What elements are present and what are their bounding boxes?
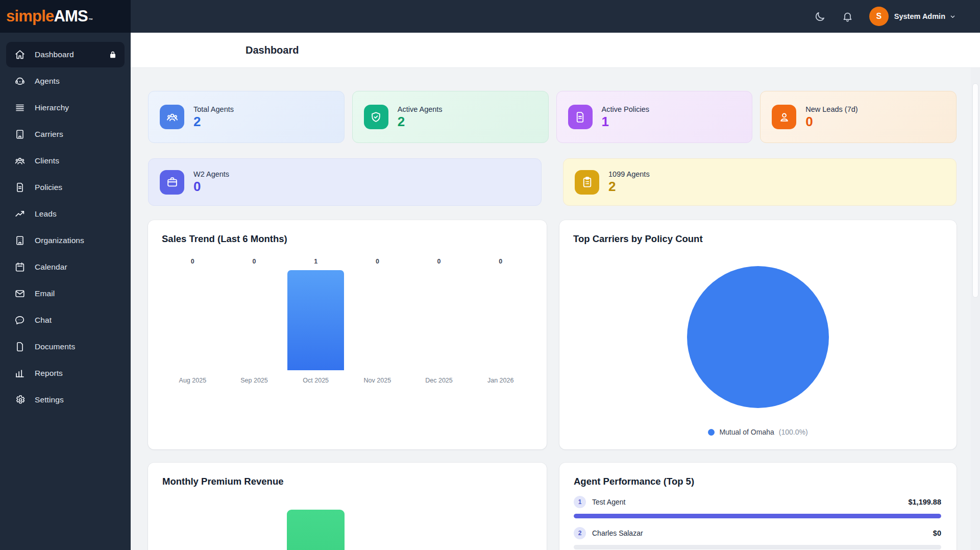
sidebar-item-chat[interactable]: Chat [6,307,125,333]
lock-icon [108,50,117,59]
chevron-down-icon [949,13,957,20]
user-menu[interactable]: S System Admin [869,7,957,26]
brand-logo[interactable]: simpleAMS™ [6,7,92,26]
stat-value: 2 [193,115,234,129]
list-icon [14,102,26,113]
bar-track [470,270,531,370]
stat-card-new-leads: New Leads (7d) 0 [760,91,957,143]
sidebar-item-label: Email [35,289,55,298]
bar-value-label: 0 [191,258,194,266]
stat-text: Active Agents 2 [398,105,443,129]
bar-column: 0 Aug 2025 [162,258,224,385]
people-group-icon [160,105,184,129]
sales-trend-title: Sales Trend (Last 6 Months) [162,233,531,245]
clipboard-icon [575,170,599,195]
logo-text-simple: simple [6,7,54,25]
revenue-bar [287,510,345,550]
stat-text: W2 Agents 0 [193,170,229,194]
bar-value-label: 0 [499,258,502,266]
sidebar-nav: Dashboard Agents Hierarchy [0,33,131,413]
bar-chart-icon [14,368,26,379]
bar-column: 0 Sep 2025 [224,258,285,385]
stat-value: 0 [805,115,857,129]
sidebar-item-label: Agents [35,77,60,86]
top-carriers-card: Top Carriers by Policy Count Mutual of O… [559,220,957,449]
briefcase-icon [160,170,184,195]
support-agent-icon [14,76,26,87]
sidebar-item-carriers[interactable]: Carriers [6,122,125,147]
moon-icon [814,11,826,22]
sidebar-item-label: Leads [35,209,57,219]
stat-text: New Leads (7d) 0 [805,105,857,129]
people-group-icon [14,155,26,166]
scrollbar-thumb[interactable] [972,83,978,298]
logo-block: simpleAMS™ [0,0,131,33]
sidebar-item-dashboard[interactable]: Dashboard [6,42,125,67]
sidebar-item-reports[interactable]: Reports [6,361,125,386]
stat-card-w2-agents: W2 Agents 0 [148,158,542,206]
chat-bubble-icon [14,315,26,326]
calendar-icon [14,261,26,273]
sidebar-item-label: Reports [35,369,63,378]
sidebar-item-label: Chat [35,316,52,325]
sidebar-item-documents[interactable]: Documents [6,334,125,360]
x-axis-label: Dec 2025 [425,377,453,385]
sidebar-item-policies[interactable]: Policies [6,175,125,200]
notifications-button[interactable] [838,6,858,27]
app-root: simpleAMS™ Dashboard Agents [0,0,980,550]
agent-name: Test Agent [592,498,625,506]
sidebar-item-email[interactable]: Email [6,281,125,306]
x-axis-label: Sep 2025 [240,377,268,385]
rank-badge: 1 [574,496,586,508]
x-axis-label: Nov 2025 [364,377,391,385]
stat-card-active-agents: Active Agents 2 [352,91,549,143]
home-icon [14,49,26,60]
bar [287,270,344,370]
sidebar-item-clients[interactable]: Clients [6,148,125,174]
stat-value: 0 [193,180,229,194]
main-content: Total Agents 2 Active Agents 2 Activ [131,68,980,550]
progress-track [574,545,941,549]
sidebar-item-label: Dashboard [35,50,74,59]
stat-text: 1099 Agents 2 [608,170,650,194]
sidebar-item-hierarchy[interactable]: Hierarchy [6,95,125,121]
legend-dot [708,429,715,436]
sidebar-item-label: Carriers [35,130,63,139]
building-icon [14,129,26,140]
bar-column: 0 Dec 2025 [408,258,470,385]
sidebar-item-agents[interactable]: Agents [6,68,125,94]
top-carriers-title: Top Carriers by Policy Count [573,233,941,245]
legend-label: Mutual of Omaha [719,428,774,436]
page-title: Dashboard [246,44,299,56]
document-icon [568,105,593,129]
sidebar-item-settings[interactable]: Settings [6,387,125,413]
sidebar-item-label: Hierarchy [35,103,69,112]
bar-track [408,270,470,370]
agent-performance-card: Agent Performance (Top 5) 1 Test Agent $… [559,463,957,550]
avatar: S [869,7,889,26]
trending-up-icon [14,208,26,220]
dark-mode-toggle[interactable] [810,6,830,27]
monthly-premium-card: Monthly Premium Revenue [148,463,547,550]
pie-slice-mutual-of-omaha [687,266,829,408]
sidebar-item-label: Organizations [35,236,84,245]
progress-fill [574,514,941,518]
performance-row-header: 2 Charles Salazar $0 [574,527,941,539]
document-icon [14,182,26,193]
person-icon [772,105,796,129]
sidebar-item-organizations[interactable]: Organizations [6,228,125,253]
gear-icon [14,394,26,405]
bar-value-label: 1 [314,258,317,266]
stat-label: Active Policies [602,105,649,113]
sidebar-item-calendar[interactable]: Calendar [6,254,125,280]
sidebar-item-label: Policies [35,183,62,192]
stat-label: Active Agents [398,105,443,113]
sidebar-item-leads[interactable]: Leads [6,201,125,227]
stat-value: 2 [398,115,443,129]
bar-column: 0 Nov 2025 [347,258,408,385]
stat-value: 2 [608,180,650,194]
agent-amount: $0 [933,529,941,537]
progress-track [574,514,941,518]
charts-row: Sales Trend (Last 6 Months) 0 Aug 2025 0… [148,220,957,449]
stat-card-total-agents: Total Agents 2 [148,91,345,143]
